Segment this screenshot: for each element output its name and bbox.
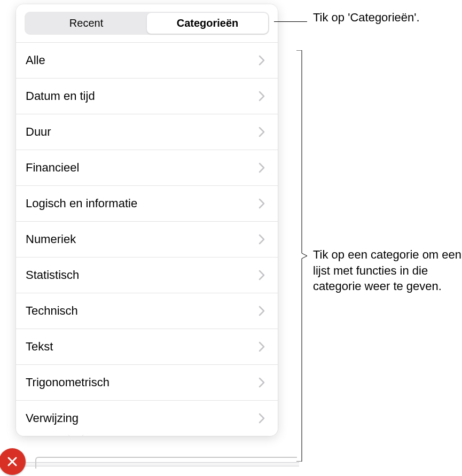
category-item-duur[interactable]: Duur (16, 114, 278, 150)
toolbar-field-outline (35, 457, 297, 469)
callout-leader-line (274, 21, 307, 22)
category-item-logisch-en-informatie[interactable]: Logisch en informatie (16, 185, 278, 221)
tab-recent[interactable]: Recent (26, 13, 147, 34)
chevron-right-icon (259, 55, 265, 66)
category-label: Duur (26, 125, 51, 139)
chevron-right-icon (259, 306, 265, 316)
chevron-right-icon (259, 341, 265, 352)
callout-bracket-icon (296, 50, 307, 462)
segmented-control: Recent Categorieën (25, 12, 269, 35)
category-label: Tekst (26, 340, 53, 354)
chevron-right-icon (259, 198, 265, 209)
callout-tap-categories: Tik op 'Categorieën'. (313, 11, 420, 25)
close-icon (6, 456, 18, 467)
category-item-numeriek[interactable]: Numeriek (16, 221, 278, 257)
category-label: Numeriek (26, 232, 76, 246)
chevron-right-icon (259, 377, 265, 388)
chevron-right-icon (259, 234, 265, 245)
category-label: Trigonometrisch (26, 376, 109, 389)
category-label: Logisch en informatie (26, 197, 137, 210)
category-label: Datum en tijd (26, 89, 95, 103)
popover-tail-icon (68, 435, 83, 436)
category-item-verwijzing[interactable]: Verwijzing (16, 400, 278, 436)
chevron-right-icon (259, 270, 265, 280)
category-item-tekst[interactable]: Tekst (16, 329, 278, 364)
tab-categories[interactable]: Categorieën (147, 13, 268, 34)
tab-recent-label: Recent (69, 17, 103, 29)
category-label: Statistisch (26, 268, 79, 282)
category-item-datum-en-tijd[interactable]: Datum en tijd (16, 78, 278, 114)
close-button[interactable] (0, 448, 26, 475)
chevron-right-icon (259, 91, 265, 102)
category-list: Alle Datum en tijd Duur Financieel Logis… (16, 42, 278, 436)
category-item-financieel[interactable]: Financieel (16, 150, 278, 185)
category-label: Technisch (26, 304, 78, 318)
category-label: Verwijzing (26, 411, 79, 425)
callout-tap-category: Tik op een categorie om een lijst met fu… (313, 247, 462, 294)
function-browser-popover: Recent Categorieën Alle Datum en tijd Du… (16, 4, 278, 436)
category-item-trigonometrisch[interactable]: Trigonometrisch (16, 364, 278, 400)
tab-categories-label: Categorieën (177, 17, 239, 29)
category-item-statistisch[interactable]: Statistisch (16, 257, 278, 293)
category-label: Financieel (26, 161, 79, 175)
chevron-right-icon (259, 127, 265, 137)
category-item-technisch[interactable]: Technisch (16, 293, 278, 329)
chevron-right-icon (259, 413, 265, 424)
category-item-alle[interactable]: Alle (16, 42, 278, 78)
category-label: Alle (26, 53, 45, 67)
chevron-right-icon (259, 162, 265, 173)
